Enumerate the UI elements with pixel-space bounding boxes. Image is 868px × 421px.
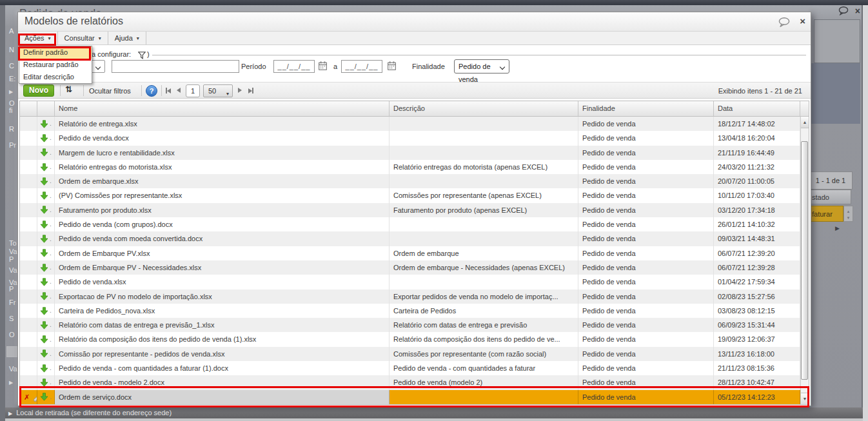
menu-consultar[interactable]: Consultar▾ [58, 32, 108, 44]
download-cell[interactable]: . [37, 275, 55, 289]
scroll-up-icon[interactable]: ▲ [801, 117, 809, 128]
download-icon[interactable] [40, 235, 48, 243]
table-row[interactable]: .Relatório entregas do motorista.xlsxRel… [20, 160, 800, 174]
menu-item-editar-descricao[interactable]: Editar descrição [19, 71, 92, 83]
dot: . [50, 232, 52, 246]
table-row[interactable]: .Ordem de embarque.xlsxPedido de venda20… [20, 174, 800, 188]
next-page-button[interactable] [238, 88, 242, 93]
download-cell[interactable]: . [37, 260, 55, 275]
prev-page-button[interactable] [177, 88, 181, 93]
background-expand-arrow[interactable]: ▶ [835, 225, 840, 231]
first-page-button[interactable] [166, 88, 171, 93]
download-cell[interactable]: . [37, 117, 55, 131]
refresh-icon[interactable]: ⇅ [65, 84, 72, 94]
file-description [390, 146, 578, 160]
download-cell[interactable]: . [37, 203, 55, 217]
date-value: 01/04/22 17:59:34 [714, 275, 800, 289]
close-icon[interactable]: × [800, 15, 805, 26]
background-label-fragment: Pr [9, 141, 16, 149]
last-page-button[interactable] [248, 88, 253, 93]
calendar-icon[interactable] [388, 61, 396, 70]
download-cell[interactable]: . [37, 361, 55, 375]
page-number-input[interactable]: 1 [186, 84, 200, 97]
toolbar: Novo ⇅ Ocultar filtros ? 1 50▾ Exibindo … [18, 82, 811, 99]
download-cell[interactable]: . [37, 174, 55, 188]
scrollbar-thumb[interactable] [801, 141, 808, 380]
background-label-fragment: Va [9, 266, 17, 274]
download-icon[interactable] [40, 120, 48, 128]
download-cell[interactable]: . [37, 188, 55, 202]
download-icon[interactable] [40, 292, 48, 300]
table-row[interactable]: .Pedido de venda - com quantidades a fat… [20, 361, 800, 375]
download-icon[interactable] [40, 264, 48, 272]
table-row[interactable]: .Ordem de Embarque PV - Necessidades.xls… [20, 260, 800, 275]
download-icon[interactable] [40, 364, 48, 373]
table-row[interactable]: .Carteira de Pedidos_nova.xlsxCarteira d… [20, 304, 800, 318]
background-chat-icon[interactable] [838, 6, 849, 15]
table-row[interactable]: .Pedido de venda.xlsxPedido de venda01/0… [20, 275, 800, 289]
search-input[interactable] [112, 60, 239, 73]
download-icon[interactable] [40, 148, 48, 157]
download-icon[interactable] [40, 249, 48, 257]
download-icon[interactable] [40, 335, 48, 344]
help-icon[interactable]: ? [146, 85, 157, 97]
download-icon[interactable] [40, 163, 48, 171]
download-cell[interactable]: . [37, 131, 55, 145]
novo-button[interactable]: Novo [23, 84, 54, 97]
date-to-input[interactable]: __/__/__ [341, 60, 382, 73]
download-cell[interactable]: . [37, 318, 55, 332]
background-spinner[interactable]: ▲▼ [843, 206, 853, 222]
table-row[interactable]: .Pedido de venda (com grupos).docxPedido… [20, 217, 800, 231]
table-row[interactable]: .Relatório de entrega.xlsxPedido de vend… [20, 117, 800, 131]
table-row[interactable]: .Pedido de venda com moeda convertida.do… [20, 231, 800, 246]
table-row[interactable]: .(PV) Comissões por representante.xlsxCo… [20, 188, 800, 202]
download-icon[interactable] [40, 278, 48, 286]
dot: . [50, 174, 52, 188]
table-row[interactable]: .Ordem de Embarque PV.xlsxOrdem de embar… [20, 246, 800, 260]
download-cell[interactable]: . [37, 289, 55, 304]
file-name: Relatório com datas de entrega e previsã… [55, 318, 390, 332]
table-row[interactable]: .Pedido de venda.docxPedido de venda13/0… [20, 131, 800, 145]
column-data[interactable]: Data [714, 101, 800, 116]
download-cell[interactable]: . [37, 217, 55, 231]
column-finalidade[interactable]: Finalidade [578, 101, 714, 116]
column-nome[interactable]: Nome [55, 101, 390, 116]
background-section-bar[interactable]: ▶Local de retirada (se diferente do ende… [5, 407, 863, 418]
table-row[interactable]: .Faturamento por produto.xlsxFaturamento… [20, 203, 800, 217]
filter-funnel-icon[interactable] [138, 52, 146, 59]
download-icon[interactable] [40, 134, 48, 142]
download-icon[interactable] [40, 349, 48, 358]
ocultar-filtros-button[interactable]: Ocultar filtros [89, 87, 131, 95]
file-description: Ordem de embarque - Necessidades (apenas… [390, 260, 578, 275]
table-row[interactable]: .Exportacao de PV no modelo de importaçã… [20, 289, 800, 304]
download-icon[interactable] [40, 307, 48, 315]
chat-icon[interactable] [778, 17, 790, 27]
table-row[interactable]: .Margem de lucro e rentabilidade.xlsxPed… [20, 146, 800, 160]
page-size-select[interactable]: 50▾ [203, 84, 233, 97]
column-actions[interactable] [20, 101, 37, 116]
download-icon[interactable] [40, 177, 48, 186]
download-cell[interactable]: . [37, 347, 55, 361]
table-row[interactable]: .Relatório da composição dos itens do pe… [20, 332, 800, 346]
download-icon[interactable] [40, 321, 48, 329]
column-descricao[interactable]: Descrição [390, 101, 578, 116]
download-cell[interactable]: . [37, 231, 55, 246]
download-cell[interactable]: . [37, 332, 55, 346]
background-close-icon[interactable]: × [855, 6, 860, 16]
download-cell[interactable]: . [37, 160, 55, 174]
download-cell[interactable]: . [37, 304, 55, 318]
date-from-input[interactable]: __/__/__ [273, 60, 315, 73]
table-scrollbar[interactable]: ▲ ▼ [800, 117, 809, 404]
finalidade-select[interactable]: Pedido de venda [454, 59, 509, 73]
calendar-icon[interactable] [319, 61, 327, 70]
download-cell[interactable]: . [37, 146, 55, 160]
download-icon[interactable] [40, 191, 48, 200]
download-icon[interactable] [40, 220, 48, 229]
menu-ajuda[interactable]: Ajuda▾ [108, 32, 146, 44]
download-cell[interactable]: . [37, 246, 55, 260]
table-row[interactable]: .Relatório com datas de entrega e previs… [20, 318, 800, 332]
table-row[interactable]: .Comissão por representante - pedidos de… [20, 347, 800, 361]
dot: . [50, 333, 52, 347]
column-download[interactable] [37, 101, 55, 116]
download-icon[interactable] [40, 206, 48, 214]
